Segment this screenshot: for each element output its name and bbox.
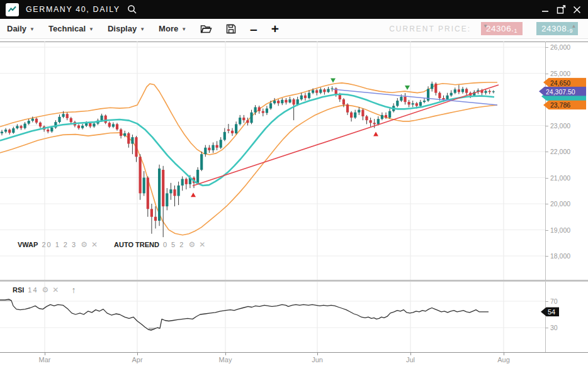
rsi-axis-tick <box>545 301 548 302</box>
time-axis-tick <box>137 352 138 355</box>
time-axis-line <box>0 352 588 353</box>
search-icon[interactable] <box>127 4 138 15</box>
candle-up-body <box>166 193 168 206</box>
technical-menu-label: Technical <box>48 24 86 33</box>
candle-down-body <box>77 126 80 128</box>
candle-up-body <box>223 132 226 140</box>
candle-down-body <box>162 170 164 206</box>
candle-up-body <box>131 137 133 143</box>
candle-down-body <box>416 103 418 106</box>
candle-up-body <box>169 189 172 193</box>
candle-up-body <box>358 110 360 113</box>
price-axis-label: 23,000 <box>550 122 570 130</box>
display-menu[interactable]: Display ▼ <box>108 24 145 33</box>
candle-down-body <box>408 102 410 104</box>
candle-up-body <box>181 179 184 186</box>
price-tag: 24,650 <box>543 78 586 87</box>
vwap-remove-icon[interactable]: ✕ <box>91 240 98 249</box>
auto-trend-settings-gear-icon[interactable]: ⚙ <box>188 240 195 249</box>
window-title: GERMANY 40, DAILY <box>26 5 120 14</box>
candle-down-body <box>293 99 295 104</box>
rsi-axis-tick <box>545 328 548 328</box>
price-axis-tick <box>545 47 548 48</box>
rsi-settings-gear-icon[interactable]: ⚙ <box>42 286 49 294</box>
zoom-in-button[interactable]: + <box>271 23 279 35</box>
timeframe-menu-label: Daily <box>7 24 26 33</box>
candle-up-body <box>93 124 95 127</box>
vwap-settings-gear-icon[interactable]: ⚙ <box>81 240 88 249</box>
candle-down-body <box>258 107 261 111</box>
price-axis-tick <box>545 152 548 152</box>
popout-window-button[interactable] <box>556 4 566 14</box>
rsi-remove-icon[interactable]: ✕ <box>52 286 59 294</box>
swing-high-marker <box>331 78 336 82</box>
open-chart-button[interactable] <box>200 24 212 34</box>
price-axis-label: 19,000 <box>550 226 570 234</box>
candle-down-body <box>370 120 372 123</box>
rsi-move-up-icon[interactable]: ↑ <box>71 285 76 295</box>
candle-up-body <box>250 113 252 123</box>
candle-up-body <box>12 128 14 133</box>
vwap-legend-label: VWAP <box>18 241 38 248</box>
candle-down-body <box>246 120 249 123</box>
candle-down-body <box>465 89 468 92</box>
candle-down-body <box>150 209 153 216</box>
candle-down-body <box>489 91 491 92</box>
rsi-legend-label: RSI <box>13 286 24 294</box>
current-price-label: CURRENT PRICE: <box>389 25 471 33</box>
time-axis-tick <box>410 352 411 355</box>
candle-up-body <box>101 116 103 121</box>
rsi-line <box>0 299 489 330</box>
candle-up-body <box>4 130 7 131</box>
candle-up-body <box>273 101 276 103</box>
zoom-out-button[interactable]: – <box>250 23 257 35</box>
candle-down-body <box>173 189 176 196</box>
candle-up-body <box>300 96 303 99</box>
candle-up-body <box>123 133 126 136</box>
candle-down-body <box>70 118 72 122</box>
display-menu-label: Display <box>108 24 137 33</box>
candle-up-body <box>288 99 291 103</box>
candle-up-body <box>327 89 329 92</box>
candle-up-body <box>24 124 26 128</box>
up-arrow-icon: ▲ <box>572 23 577 29</box>
candle-down-body <box>315 90 318 92</box>
candle-up-body <box>196 170 199 183</box>
price-axis-label: 18,000 <box>550 252 570 260</box>
auto-trend-remove-icon[interactable]: ✕ <box>199 240 205 249</box>
candle-down-body <box>365 116 368 120</box>
candle-up-body <box>419 102 422 106</box>
ask-price-value: 24308. <box>541 24 569 33</box>
candle-down-body <box>139 157 142 193</box>
candle-down-body <box>373 123 376 124</box>
candle-up-body <box>377 119 380 124</box>
minimize-button[interactable] <box>540 4 550 14</box>
timeframe-menu[interactable]: Daily ▼ <box>7 24 35 33</box>
close-button[interactable] <box>572 4 582 14</box>
auto-trend-legend-params: 0 5 2 <box>163 241 184 248</box>
more-menu[interactable]: More ▼ <box>159 24 186 33</box>
candle-up-body <box>239 118 241 124</box>
rsi-panel-chart[interactable] <box>0 282 545 352</box>
candle-up-body <box>485 91 487 93</box>
candle-up-body <box>235 124 237 133</box>
candle-up-body <box>281 100 283 103</box>
candle-up-body <box>254 107 257 112</box>
candle-down-body <box>66 114 69 118</box>
candle-down-body <box>442 98 444 99</box>
candle-down-body <box>127 133 130 144</box>
technical-menu[interactable]: Technical ▼ <box>48 24 94 33</box>
chevron-down-icon: ▼ <box>181 25 186 32</box>
candle-up-body <box>204 148 206 154</box>
bid-price-value: 24306. <box>486 24 514 33</box>
candle-up-body <box>381 115 383 119</box>
candle-up-body <box>112 124 115 126</box>
time-axis-month-label: Jun <box>312 356 323 363</box>
more-menu-label: More <box>159 24 178 33</box>
price-axis-tick <box>545 126 548 126</box>
app-logo <box>6 3 19 16</box>
time-axis-tick <box>504 352 504 355</box>
candle-down-body <box>231 131 234 133</box>
price-axis-label: 25,000 <box>550 70 570 77</box>
save-chart-button[interactable] <box>226 24 236 34</box>
